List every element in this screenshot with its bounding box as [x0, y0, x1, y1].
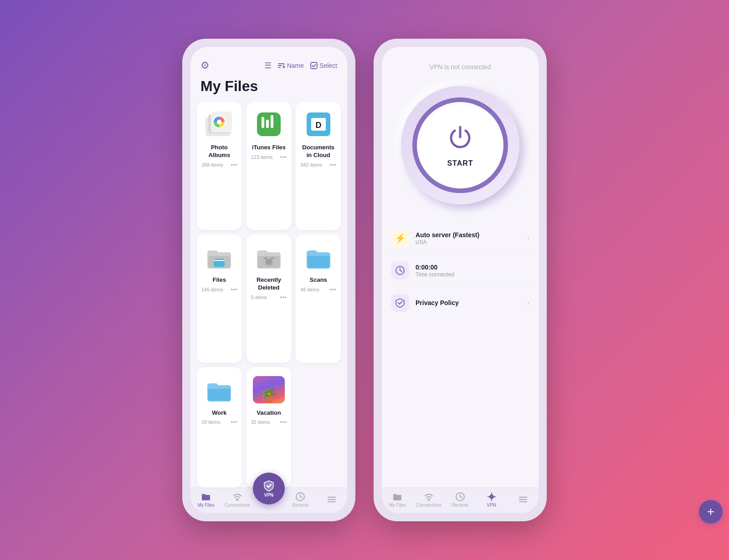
svg-point-17 [236, 500, 238, 501]
server-title: Auto server (Fastest) [416, 231, 521, 239]
privacy-text: Privacy Policy [416, 299, 521, 306]
folder-nav-icon [201, 492, 211, 502]
nav-item-recents[interactable]: Recents [445, 492, 476, 508]
page-title: My Files [190, 76, 347, 102]
item-footer: 5 items ••• [251, 294, 287, 301]
list-item[interactable]: Files 145 items ••• [197, 234, 242, 362]
more-button[interactable]: ••• [329, 161, 336, 168]
nav-label: Recents [452, 503, 469, 508]
select-button[interactable]: Select [310, 62, 337, 69]
item-count: 5 items [251, 295, 267, 300]
vpn-outer-ring: START [401, 86, 519, 204]
item-footer: 145 items ••• [201, 286, 237, 293]
clock-icon-wrap [391, 261, 409, 280]
item-footer: 46 items ••• [300, 286, 336, 293]
nav-label: Connections [225, 503, 250, 508]
item-count: 18 items [201, 419, 221, 425]
more-button[interactable]: ••• [280, 294, 287, 301]
more-button[interactable]: ••• [231, 161, 237, 168]
svg-rect-8 [262, 117, 264, 128]
item-name: iTunes Files [251, 144, 287, 152]
privacy-item[interactable]: Privacy Policy › [391, 287, 529, 318]
more-button[interactable]: ••• [280, 418, 287, 426]
item-name: Recently Deleted [251, 276, 287, 292]
nav-item-myfiles[interactable]: My Files [190, 492, 222, 508]
more-nav-icon [328, 494, 336, 505]
nav-label: My Files [198, 503, 215, 508]
nav-item-connections[interactable]: Connections [222, 492, 253, 508]
list-item[interactable]: iTunes Files 123 items ••• [246, 102, 292, 230]
vpn-bottom-navigation: My Files Connections R [382, 488, 539, 513]
lightning-icon-wrap: ⚡ [391, 229, 409, 247]
sort-icon [278, 62, 285, 69]
vpn-nav-icon [487, 492, 497, 502]
start-label: START [447, 159, 473, 168]
more-button[interactable]: ••• [231, 418, 237, 426]
list-item[interactable]: D Documents in Cloud 342 items ••• [296, 102, 341, 230]
vpn-info-list: ⚡ Auto server (Fastest) USA › [382, 218, 539, 488]
item-footer: 123 items ••• [251, 153, 287, 161]
item-count: 46 items [300, 287, 319, 292]
more-button[interactable]: ••• [280, 153, 287, 161]
chevron-right-icon: › [527, 234, 529, 242]
list-item[interactable]: Photo Albums 268 items ••• [197, 102, 242, 230]
sort-label: Name [287, 62, 304, 69]
itunes-icon [253, 108, 285, 140]
nav-item-vpn[interactable]: VPN [476, 492, 507, 508]
documents-icon: D [303, 108, 334, 140]
svg-rect-9 [266, 120, 269, 128]
time-sub: Time connected [416, 271, 529, 278]
nav-label: My Files [389, 503, 406, 508]
list-item[interactable]: Recently Deleted 5 items ••• [246, 234, 292, 362]
bottom-navigation: My Files Connections [190, 488, 347, 513]
server-sub: USA [416, 239, 521, 245]
list-item[interactable]: 🌴 Vacation 32 items ••• [246, 367, 292, 488]
gear-icon[interactable]: ⚙ [200, 60, 210, 71]
nav-item-recents[interactable]: Recents [285, 492, 316, 508]
left-phone: ⚙ ☰ Name Sel [182, 39, 355, 521]
time-item: 0:00:00 Time connected [391, 255, 529, 286]
svg-point-20 [428, 500, 430, 501]
item-footer: 342 items ••• [300, 161, 336, 168]
photo-albums-icon [203, 108, 235, 140]
privacy-title: Privacy Policy [416, 299, 521, 306]
nav-item-myfiles[interactable]: My Files [382, 492, 413, 508]
vpn-power-area: START [382, 81, 539, 218]
item-name: Files [201, 276, 237, 284]
myfiles-header: ⚙ ☰ Name Sel [190, 47, 347, 76]
sort-button[interactable]: Name [278, 62, 304, 69]
clock-nav-icon [295, 492, 305, 502]
nav-item-vpn-center[interactable]: VPN [253, 486, 285, 504]
header-right: ☰ Name Select [264, 61, 337, 71]
vpn-start-button[interactable]: START [412, 97, 508, 193]
item-footer: 32 items ••• [251, 418, 287, 426]
lightning-icon: ⚡ [395, 233, 406, 244]
server-item[interactable]: ⚡ Auto server (Fastest) USA › [391, 223, 529, 254]
nav-item-more[interactable] [316, 494, 348, 506]
more-button[interactable]: ••• [231, 286, 237, 293]
power-icon [447, 123, 474, 155]
myfiles-screen: ⚙ ☰ Name Sel [190, 47, 347, 513]
svg-point-6 [217, 120, 221, 124]
more-button[interactable]: ••• [329, 286, 336, 293]
item-name: Vacation [251, 409, 287, 417]
menu-icon[interactable]: ☰ [264, 61, 272, 71]
checkbox-icon [310, 62, 318, 69]
list-item[interactable]: Work 18 items ••• [197, 367, 242, 488]
nav-item-connections[interactable]: Connections [413, 492, 445, 508]
clock-nav-icon [455, 492, 465, 502]
files-folder-icon [203, 241, 235, 273]
trash-icon [253, 241, 285, 273]
files-grid: Photo Albums 268 items ••• [190, 102, 347, 488]
list-item[interactable]: Scans 46 items ••• [296, 234, 341, 362]
scans-icon [303, 241, 334, 273]
vpn-center-button[interactable]: VPN [253, 473, 285, 504]
item-name: Work [201, 409, 237, 417]
wifi-icon [424, 492, 434, 502]
item-footer: 268 items ••• [201, 161, 237, 168]
item-count: 145 items [201, 287, 223, 292]
nav-item-more[interactable] [507, 494, 539, 506]
right-phone: VPN is not connected START [374, 39, 547, 521]
item-count: 32 items [251, 419, 270, 425]
more-nav-icon [519, 494, 527, 505]
